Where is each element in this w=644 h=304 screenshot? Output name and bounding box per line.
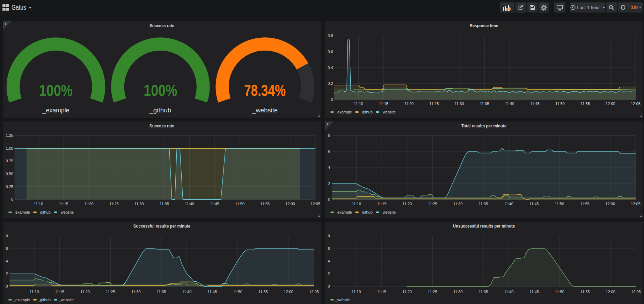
svg-text:11:50: 11:50 <box>233 289 242 294</box>
svg-text:0.75: 0.75 <box>6 159 13 163</box>
svg-text:100%: 100% <box>39 81 73 99</box>
svg-text:0.50: 0.50 <box>6 172 13 176</box>
svg-text:0.6: 0.6 <box>328 49 333 53</box>
svg-text:11:20: 11:20 <box>402 289 412 294</box>
svg-text:12:05: 12:05 <box>631 289 641 294</box>
svg-text:11:15: 11:15 <box>379 102 388 106</box>
svg-text:0.25: 0.25 <box>6 184 13 188</box>
svg-text:2: 2 <box>6 272 8 276</box>
svg-text:11:50: 11:50 <box>555 102 565 106</box>
svg-text:0: 0 <box>328 284 330 288</box>
svg-text:11:40: 11:40 <box>504 289 514 294</box>
svg-text:11:10: 11:10 <box>30 289 39 294</box>
svg-text:_website: _website <box>252 106 278 114</box>
svg-text:11:35: 11:35 <box>157 289 166 294</box>
svg-text:8: 8 <box>6 233 8 238</box>
svg-text:11:55: 11:55 <box>260 202 270 206</box>
svg-text:11:35: 11:35 <box>480 102 489 106</box>
svg-text:0: 0 <box>6 284 8 288</box>
svg-text:12:00: 12:00 <box>285 202 295 206</box>
svg-text:12:05: 12:05 <box>309 289 319 294</box>
svg-text:6: 6 <box>6 246 8 250</box>
svg-text:11:55: 11:55 <box>580 289 590 294</box>
svg-text:11:35: 11:35 <box>479 289 488 294</box>
svg-text:11:15: 11:15 <box>55 289 64 294</box>
svg-text:11:30: 11:30 <box>134 202 144 206</box>
svg-text:78.34%: 78.34% <box>244 81 286 99</box>
svg-text:11:25: 11:25 <box>428 202 437 206</box>
svg-text:11:45: 11:45 <box>530 102 540 106</box>
svg-text:11:30: 11:30 <box>131 289 141 294</box>
svg-text:2: 2 <box>328 272 330 276</box>
svg-text:4: 4 <box>328 259 330 263</box>
svg-text:100%: 100% <box>144 81 177 99</box>
svg-text:12:00: 12:00 <box>284 289 293 294</box>
svg-text:11:40: 11:40 <box>504 202 513 206</box>
svg-text:11:15: 11:15 <box>377 289 386 294</box>
svg-text:11:10: 11:10 <box>352 289 361 294</box>
svg-text:11:20: 11:20 <box>404 102 414 106</box>
svg-text:_example: _example <box>42 106 69 114</box>
svg-text:11:30: 11:30 <box>453 202 463 206</box>
svg-text:6: 6 <box>328 149 330 154</box>
svg-text:11:45: 11:45 <box>207 289 217 294</box>
svg-text:11:10: 11:10 <box>34 202 43 206</box>
svg-text:12:05: 12:05 <box>631 102 641 106</box>
svg-text:1.00: 1.00 <box>6 146 13 150</box>
svg-text:11:40: 11:40 <box>185 202 194 206</box>
svg-text:12:00: 12:00 <box>606 102 615 106</box>
svg-text:0.2: 0.2 <box>328 81 333 86</box>
svg-text:11:30: 11:30 <box>455 102 464 106</box>
svg-text:6: 6 <box>328 246 330 250</box>
svg-text:11:20: 11:20 <box>80 289 90 294</box>
svg-text:11:15: 11:15 <box>377 202 387 206</box>
svg-text:11:50: 11:50 <box>555 289 564 294</box>
svg-text:11:40: 11:40 <box>505 102 514 106</box>
svg-text:11:45: 11:45 <box>529 289 539 294</box>
svg-text:11:25: 11:25 <box>428 289 437 294</box>
svg-text:_github: _github <box>149 106 171 114</box>
svg-text:11:30: 11:30 <box>453 289 463 294</box>
svg-text:11:25: 11:25 <box>106 289 115 294</box>
svg-text:2: 2 <box>328 181 330 185</box>
svg-text:0.8: 0.8 <box>328 34 333 38</box>
svg-text:12:00: 12:00 <box>606 289 615 294</box>
svg-text:11:40: 11:40 <box>182 289 192 294</box>
svg-text:11:50: 11:50 <box>235 202 244 206</box>
svg-text:12:05: 12:05 <box>631 202 641 206</box>
svg-text:11:10: 11:10 <box>354 102 363 106</box>
svg-text:11:10: 11:10 <box>352 202 361 206</box>
svg-text:8: 8 <box>328 233 330 238</box>
svg-text:0: 0 <box>328 197 330 201</box>
svg-text:11:45: 11:45 <box>210 202 219 206</box>
svg-text:4: 4 <box>6 259 8 263</box>
svg-text:12:05: 12:05 <box>310 202 320 206</box>
svg-text:11:20: 11:20 <box>403 202 412 206</box>
svg-text:11:35: 11:35 <box>160 202 169 206</box>
svg-text:11:45: 11:45 <box>529 202 539 206</box>
svg-text:11:25: 11:25 <box>430 102 439 106</box>
svg-text:8: 8 <box>328 133 330 138</box>
svg-text:11:35: 11:35 <box>479 202 488 206</box>
svg-text:0: 0 <box>11 197 13 201</box>
svg-text:11:20: 11:20 <box>84 202 94 206</box>
svg-text:11:55: 11:55 <box>258 289 268 294</box>
svg-text:1.25: 1.25 <box>6 133 13 138</box>
svg-text:11:15: 11:15 <box>59 202 68 206</box>
svg-text:11:25: 11:25 <box>109 202 119 206</box>
svg-text:11:50: 11:50 <box>555 202 564 206</box>
svg-text:11:55: 11:55 <box>580 102 590 106</box>
svg-text:0: 0 <box>331 97 333 102</box>
svg-text:4: 4 <box>328 165 330 169</box>
svg-text:12:00: 12:00 <box>606 202 615 206</box>
svg-text:0.4: 0.4 <box>328 65 333 69</box>
svg-text:11:55: 11:55 <box>580 202 590 206</box>
